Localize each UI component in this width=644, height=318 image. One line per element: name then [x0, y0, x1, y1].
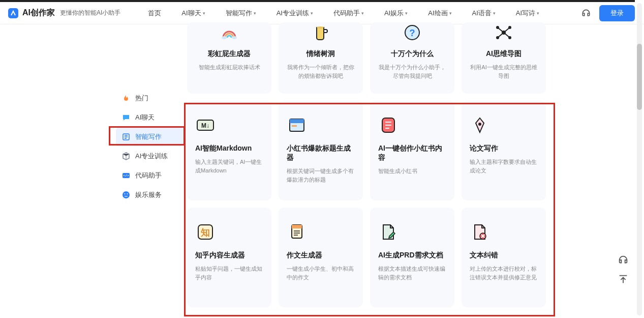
card-title: 十万个为什么 [377, 49, 447, 58]
chevron-down-icon: ▾ [537, 11, 539, 16]
sidebar-item-entertainment[interactable]: 娱乐服务 [116, 185, 183, 205]
sidebar-item-training[interactable]: AI专业训练 [116, 147, 183, 166]
svg-text:M↓: M↓ [201, 122, 209, 129]
sidebar: 热门 AI聊天 智能写作 AI专业训练 代码助手 娱乐服务 [116, 89, 183, 205]
card-title: AI生成PRD需求文档 [378, 250, 446, 259]
card-row-top: 彩虹屁生成器 智能生成彩虹屁吹捧话术 情绪树洞 我将作为一个倾听者，把你的烦恼都… [187, 22, 553, 94]
chat-icon [122, 113, 130, 122]
svg-point-5 [127, 193, 128, 194]
support-float-icon[interactable] [618, 254, 629, 266]
file-error-icon [470, 222, 490, 242]
login-button[interactable]: 登录 [599, 5, 635, 21]
card-desc: 根据关键词一键生成多个有爆款潜力的标题 [287, 167, 355, 184]
card-emotion[interactable]: 情绪树洞 我将作为一个倾听者，把你的烦恼都告诉我吧 [279, 22, 363, 94]
card-title: 小红书爆款标题生成器 [287, 143, 355, 162]
card-desc: 智能生成小红书 [378, 167, 446, 176]
card-mindmap[interactable]: AI思维导图 利用AI一键生成完整的思维导图 [462, 22, 546, 94]
sidebar-item-hot[interactable]: 热门 [116, 89, 183, 108]
card-title: AI一键创作小红书内容 [378, 143, 446, 162]
nav-code[interactable]: 代码助手▾ [323, 9, 374, 18]
card-desc: 一键生成小学生、初中和高中的作文 [287, 265, 355, 281]
sidebar-item-writing[interactable]: 智能写作 [116, 127, 183, 147]
scrollbar-thumb[interactable] [637, 44, 642, 110]
logo[interactable]: AI创作家 [7, 7, 55, 19]
card-prd[interactable]: AI生成PRD需求文档 根据文本描述生成可快速编辑的需求文档 [370, 208, 454, 307]
back-to-top-icon[interactable] [618, 274, 629, 285]
nav-voice[interactable]: AI语音▾ [462, 9, 506, 18]
card-desc: 智能生成彩虹屁吹捧话术 [194, 63, 264, 72]
edit-icon [122, 133, 130, 141]
nav-training[interactable]: AI专业训练▾ [266, 9, 323, 18]
chevron-down-icon: ▾ [203, 11, 205, 16]
chevron-down-icon: ▾ [449, 11, 452, 16]
card-title: AI智能Markdown [195, 143, 263, 153]
svg-text:?: ? [410, 28, 415, 38]
svg-point-8 [317, 26, 324, 28]
card-row-3: 知 知乎内容生成器 粘贴知乎问题，一键生成知乎内容 作文生成器 一键生成小学生、… [187, 208, 553, 307]
card-desc: 我将作为一个倾听者，把你的烦恼都告诉我吧 [286, 63, 356, 80]
float-actions [618, 254, 629, 285]
document-icon [287, 222, 307, 242]
svg-rect-20 [292, 125, 297, 127]
svg-rect-19 [290, 119, 304, 123]
chevron-down-icon: ▾ [361, 11, 364, 16]
card-title: 文本纠错 [470, 250, 538, 259]
svg-text:知: 知 [200, 227, 210, 238]
card-xiaohongshu-title[interactable]: 小红书爆款标题生成器 根据关键词一键生成多个有爆款潜力的标题 [279, 101, 363, 200]
cube-icon [122, 152, 130, 160]
sidebar-item-aichat[interactable]: AI聊天 [116, 108, 183, 127]
nav-poetry[interactable]: AI写诗▾ [506, 9, 549, 18]
svg-rect-0 [8, 8, 18, 18]
nav-home[interactable]: 首页 [138, 9, 171, 18]
svg-point-22 [478, 123, 481, 126]
card-title: 情绪树洞 [286, 49, 356, 58]
card-desc: 对上传的文本进行校对，标注错误文本并提供修正意见 [470, 265, 538, 281]
nav-painting[interactable]: AI绘画▾ [418, 9, 462, 18]
pen-icon [470, 115, 490, 135]
card-essay[interactable]: 作文生成器 一键生成小学生、初中和高中的作文 [279, 208, 363, 307]
chevron-down-icon: ▾ [311, 11, 313, 16]
card-desc: 粘贴知乎问题，一键生成知乎内容 [195, 265, 263, 281]
rainbow-icon [219, 22, 239, 43]
logo-text: AI创作家 [22, 8, 55, 18]
card-title: 知乎内容生成器 [195, 250, 263, 259]
svg-point-7 [232, 36, 237, 39]
card-title: 作文生成器 [287, 250, 355, 259]
svg-point-4 [125, 193, 126, 194]
card-title: 彩虹屁生成器 [194, 49, 264, 58]
card-row-2: M↓ AI智能Markdown 输入主题关键词，AI一键生成Markdown 小… [187, 101, 553, 200]
chevron-down-icon: ▾ [405, 11, 408, 16]
sidebar-item-label: AI专业训练 [135, 152, 168, 161]
svg-rect-26 [292, 225, 302, 228]
card-thesis[interactable]: 论文写作 输入主题和字数要求自动生成论文 [462, 101, 546, 200]
sidebar-item-label: 热门 [135, 94, 148, 103]
card-desc: 根据文本描述生成可快速编辑的需求文档 [378, 265, 446, 281]
zhihu-icon: 知 [195, 222, 216, 242]
nav-writing[interactable]: 智能写作▾ [216, 9, 266, 18]
card-whyquestion[interactable]: ? 十万个为什么 我是十万个为什么小助手，尽管向我提问吧 [370, 22, 454, 94]
smile-icon [122, 191, 130, 199]
markdown-icon: M↓ [195, 115, 216, 135]
card-desc: 输入主题和字数要求自动生成论文 [470, 158, 538, 175]
svg-point-3 [122, 191, 130, 198]
card-zhihu[interactable]: 知 知乎内容生成器 粘贴知乎问题，一键生成知乎内容 [187, 208, 271, 307]
nav-aichat[interactable]: AI聊天▾ [171, 9, 215, 18]
logo-icon [7, 7, 19, 19]
header: AI创作家 更懂你的智能AI小助手 首页 AI聊天▾ 智能写作▾ AI专业训练▾… [0, 2, 644, 24]
fire-icon [122, 94, 130, 102]
card-xiaohongshu-content[interactable]: AI一键创作小红书内容 智能生成小红书 [370, 101, 454, 200]
card-rainbow[interactable]: 彩虹屁生成器 智能生成彩虹屁吹捧话术 [187, 22, 271, 94]
code-icon [122, 171, 130, 180]
file-edit-icon [378, 222, 398, 242]
card-markdown[interactable]: M↓ AI智能Markdown 输入主题关键词，AI一键生成Markdown [187, 101, 271, 200]
card-title: AI思维导图 [469, 49, 539, 58]
support-icon[interactable] [581, 8, 591, 18]
card-desc: 利用AI一键生成完整的思维导图 [469, 63, 539, 80]
nav-entertainment[interactable]: AI娱乐▾ [374, 9, 418, 18]
sidebar-item-code[interactable]: 代码助手 [116, 166, 183, 185]
svg-point-6 [222, 36, 227, 39]
card-correction[interactable]: 文本纠错 对上传的文本进行校对，标注错误文本并提供修正意见 [462, 208, 546, 307]
card-title: 论文写作 [470, 143, 538, 153]
mindmap-icon [494, 22, 514, 43]
cards-area: 彩虹屁生成器 智能生成彩虹屁吹捧话术 情绪树洞 我将作为一个倾听者，把你的烦恼都… [187, 22, 553, 314]
